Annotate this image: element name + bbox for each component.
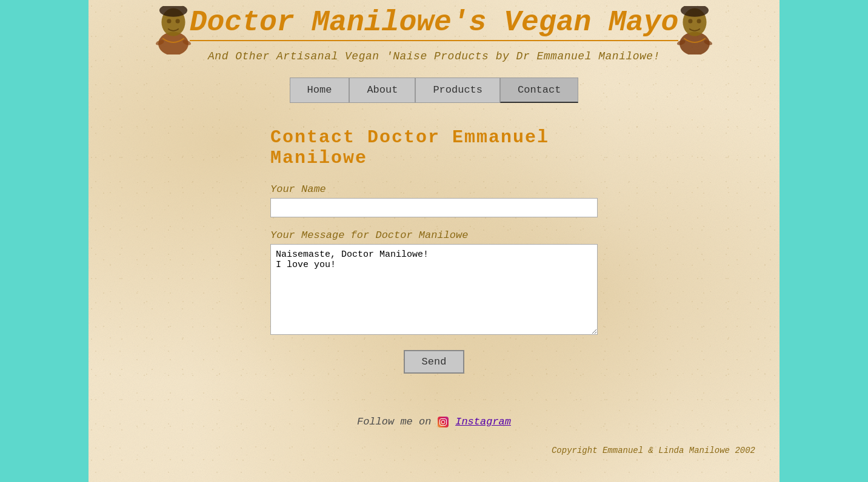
header: Doctor Manilowe's Vegan Mayo And Other A… [88,0,780,103]
nav-bar: Home About Products Contact [88,78,780,103]
svg-point-4 [176,19,180,23]
site-title: Doctor Manilowe's Vegan Mayo [190,6,679,41]
footer-area: Follow me on Instagram [88,416,780,440]
svg-point-3 [167,19,171,23]
copyright-text: Copyright Emmanuel & Linda Manilowe 2002 [88,446,780,455]
send-button[interactable]: Send [404,350,465,374]
page-wrapper: Doctor Manilowe's Vegan Mayo And Other A… [88,0,780,482]
contact-page-title: Contact Doctor Emmanuel Manilowe [270,127,598,168]
message-label: Your Message for Doctor Manilowe [270,229,598,241]
nav-about[interactable]: About [349,78,415,103]
follow-text: Follow me on [357,416,438,428]
send-btn-wrapper: Send [270,350,598,374]
title-area: Doctor Manilowe's Vegan Mayo [88,6,780,41]
instagram-link[interactable]: Instagram [455,416,511,428]
nav-home[interactable]: Home [290,78,350,103]
nav-contact[interactable]: Contact [500,78,578,103]
message-textarea[interactable]: Naisemaste, Doctor Manilowe! I love you! [270,244,598,335]
svg-point-10 [688,19,692,23]
name-input[interactable] [270,198,598,217]
name-label: Your Name [270,183,598,195]
nav-products[interactable]: Products [415,78,500,103]
instagram-icon [438,417,449,428]
svg-point-11 [697,19,701,23]
content-area: Contact Doctor Emmanuel Manilowe Your Na… [88,103,780,398]
